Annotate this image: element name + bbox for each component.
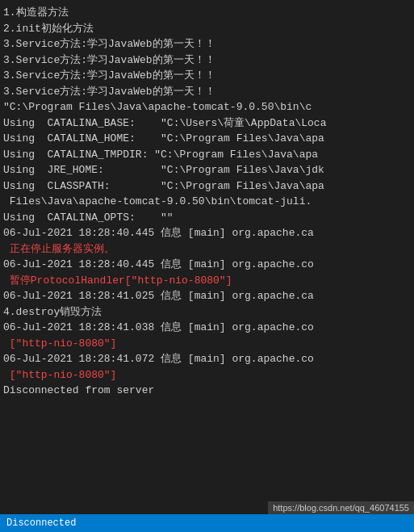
terminal-line: 2.init初始化方法 [3,21,411,37]
terminal-line: Using CATALINA_OPTS: "" [3,210,411,226]
terminal-line: 正在停止服务器实例。 [3,241,411,258]
tooltip-overlay: https://blog.csdn.net/qq_46074155 [268,501,414,514]
terminal-line: 06-Jul-2021 18:28:40.445 信息 [main] org.a… [3,225,411,241]
terminal-line: 06-Jul-2021 18:28:41.038 信息 [main] org.a… [3,320,411,336]
terminal-line: 06-Jul-2021 18:28:41.025 信息 [main] org.a… [3,288,411,304]
output-lines: 1.构造器方法2.init初始化方法3.Service方法:学习JavaWeb的… [3,5,411,399]
terminal: 1.构造器方法2.init初始化方法3.Service方法:学习JavaWeb的… [0,0,414,532]
terminal-line: 暂停ProtocolHandler["http-nio-8080"] [3,273,411,289]
terminal-line: Files\Java\apache-tomcat-9.0.50\bin\tomc… [3,194,411,210]
status-bar: Disconnected [0,514,414,532]
terminal-line: 3.Service方法:学习JavaWeb的第一天！！ [3,84,411,100]
terminal-line: Using JRE_HOME: "C:\Program Files\Java\j… [3,162,411,178]
terminal-line: "C:\Program Files\Java\apache-tomcat-9.0… [3,99,411,115]
status-text: Disconnected [6,517,76,529]
terminal-line: 3.Service方法:学习JavaWeb的第一天！！ [3,36,411,52]
terminal-line: 4.destroy销毁方法 [3,304,411,320]
terminal-line: Disconnected from server [3,383,411,399]
terminal-line: ["http-nio-8080"] [3,367,411,383]
terminal-line: 1.构造器方法 [3,5,411,21]
terminal-line: 3.Service方法:学习JavaWeb的第一天！！ [3,68,411,84]
terminal-line: 3.Service方法:学习JavaWeb的第一天！！ [3,52,411,69]
terminal-line: ["http-nio-8080"] [3,336,411,352]
terminal-line: Using CATALINA_TMPDIR: "C:\Program Files… [3,147,411,163]
terminal-line: Using CATALINA_HOME: "C:\Program Files\J… [3,131,411,147]
terminal-line: 06-Jul-2021 18:28:40.445 信息 [main] org.a… [3,257,411,273]
terminal-line: 06-Jul-2021 18:28:41.072 信息 [main] org.a… [3,351,411,367]
terminal-line: Using CATALINA_BASE: "C:\Users\荷童\AppDat… [3,115,411,132]
terminal-line: Using CLASSPATH: "C:\Program Files\Java\… [3,178,411,195]
